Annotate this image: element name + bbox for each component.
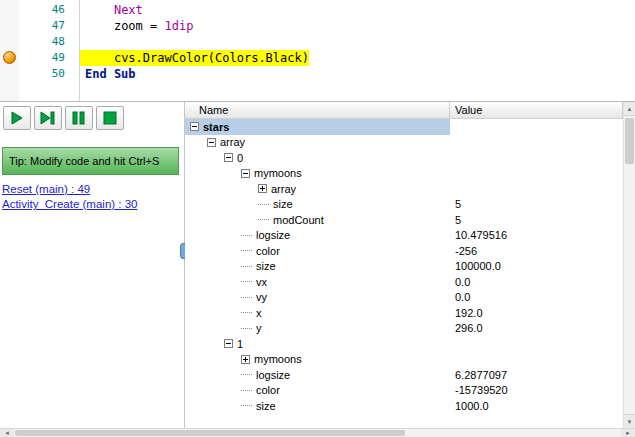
tree-node-label: 0 <box>237 152 243 164</box>
stop-button[interactable] <box>96 106 124 130</box>
reset-main-link[interactable]: Reset (main) : 49 <box>2 183 138 195</box>
tip-banner: Tip: Modify code and hit Ctrl+S <box>2 147 179 175</box>
tree-connector <box>241 374 252 375</box>
line-number: 47 <box>19 18 73 34</box>
activity-create-link[interactable]: Activity_Create (main) : 30 <box>2 198 138 210</box>
tree-indent <box>185 405 241 406</box>
column-header-name[interactable]: Name <box>185 102 450 118</box>
tree-node-value: -256 <box>455 243 477 259</box>
collapse-icon[interactable] <box>224 339 233 348</box>
tree-connector <box>241 328 252 329</box>
tree-row[interactable]: size100000.0 <box>185 259 623 275</box>
tree-connector <box>241 297 252 298</box>
tree-connector <box>241 266 252 267</box>
code-line: 50End Sub <box>0 66 635 82</box>
collapse-icon[interactable] <box>224 153 233 162</box>
tree-row[interactable]: 1 <box>185 336 623 352</box>
code-token <box>85 51 114 65</box>
debug-toolbar <box>3 106 124 130</box>
tree-node-label: mymoons <box>254 353 302 365</box>
code-text[interactable]: Next <box>80 2 143 18</box>
tree-row[interactable]: y296.0 <box>185 321 623 337</box>
tree-row[interactable]: color-256 <box>185 243 623 259</box>
tree-row[interactable]: x192.0 <box>185 305 623 321</box>
tree-row[interactable]: array <box>185 181 623 197</box>
pause-button[interactable] <box>65 106 93 130</box>
horizontal-scroll-thumb[interactable] <box>15 430 405 436</box>
tree-row[interactable]: stars <box>185 119 623 135</box>
tree-row[interactable]: array <box>185 135 623 151</box>
breakpoint-margin[interactable] <box>0 2 19 18</box>
tree-row[interactable]: mymoons <box>185 166 623 182</box>
breakpoint-icon[interactable] <box>3 51 16 64</box>
expand-icon[interactable] <box>241 355 250 364</box>
tree-rows: starsarray0mymoonsarraysize5modCount5log… <box>185 119 623 414</box>
tree-row[interactable]: color-15739520 <box>185 383 623 399</box>
tree-row[interactable]: size5 <box>185 197 623 213</box>
code-token: zoom <box>114 19 143 33</box>
tree-row[interactable]: 0 <box>185 150 623 166</box>
code-token: 1dip <box>165 19 194 33</box>
tree-node-value: 296.0 <box>455 321 483 337</box>
tree-node-value: 5 <box>455 212 461 228</box>
tree-connector <box>258 219 269 220</box>
tree-row[interactable]: modCount5 <box>185 212 623 228</box>
collapse-icon[interactable] <box>190 122 199 131</box>
breakpoint-margin[interactable] <box>0 34 19 50</box>
tree-indent <box>185 374 241 375</box>
code-text[interactable]: cvs.DrawColor(Colors.Black) <box>80 50 309 66</box>
tree-row[interactable]: vx0.0 <box>185 274 623 290</box>
breakpoint-margin[interactable] <box>0 18 19 34</box>
pause-icon <box>71 111 87 125</box>
tree-node-label: x <box>256 307 262 319</box>
column-header-value[interactable]: Value <box>450 102 623 118</box>
tree-node-label: logsize <box>256 369 290 381</box>
tree-row[interactable]: vy0.0 <box>185 290 623 306</box>
code-token: cvs.DrawColor(Colors.Black) <box>114 51 309 65</box>
tree-node-label: color <box>256 245 280 257</box>
tree-indent <box>185 157 224 158</box>
breakpoint-margin[interactable] <box>0 50 19 66</box>
tree-node-label: logsize <box>256 229 290 241</box>
tree-connector <box>241 405 252 406</box>
code-token <box>85 3 114 17</box>
play-icon <box>9 111 25 125</box>
breakpoint-margin[interactable] <box>0 66 19 82</box>
line-number: 50 <box>19 66 73 82</box>
tree-indent <box>185 188 258 189</box>
tree-connector <box>241 281 252 282</box>
tree-node-label: size <box>273 198 293 210</box>
collapse-icon[interactable] <box>207 138 216 147</box>
scroll-left-button[interactable]: ◄ <box>0 429 14 437</box>
tree-node-label: color <box>256 384 280 396</box>
tree-row[interactable]: size1000.0 <box>185 398 623 414</box>
tree-node-label: size <box>256 260 276 272</box>
scroll-right-button[interactable]: ► <box>621 429 635 437</box>
horizontal-scrollbar[interactable]: ◄ ► <box>0 428 635 437</box>
tree-connector <box>241 390 252 391</box>
code-text[interactable]: zoom = 1dip <box>80 18 193 34</box>
tree-row[interactable]: logsize6.2877097 <box>185 367 623 383</box>
tree-row[interactable]: mymoons <box>185 352 623 368</box>
variables-tree-panel: Name Value starsarray0mymoonsarraysize5m… <box>185 102 623 428</box>
tree-connector <box>241 312 252 313</box>
scroll-up-button[interactable]: ▲ <box>624 102 635 116</box>
code-text[interactable] <box>80 34 85 50</box>
scroll-down-button[interactable]: ▼ <box>624 414 635 428</box>
vertical-scroll-thumb[interactable] <box>625 118 634 164</box>
code-text[interactable]: End Sub <box>80 66 136 82</box>
resume-button[interactable] <box>3 106 31 130</box>
tree-node-label: 1 <box>237 338 243 350</box>
tree-node-value: 1000.0 <box>455 398 489 414</box>
step-button[interactable] <box>34 106 62 130</box>
tree-row[interactable]: logsize10.479516 <box>185 228 623 244</box>
code-line: 48 <box>0 34 635 50</box>
step-icon <box>40 111 56 125</box>
collapse-icon[interactable] <box>241 169 250 178</box>
vertical-scrollbar[interactable]: ▲ ▼ <box>623 102 635 428</box>
tree-node-value: 5 <box>455 197 461 213</box>
code-editor[interactable]: 46 Next47 zoom = 1dip4849 cvs.DrawColor(… <box>0 0 635 102</box>
expand-icon[interactable] <box>258 184 267 193</box>
tree-indent <box>185 235 241 236</box>
line-number: 49 <box>19 50 73 66</box>
